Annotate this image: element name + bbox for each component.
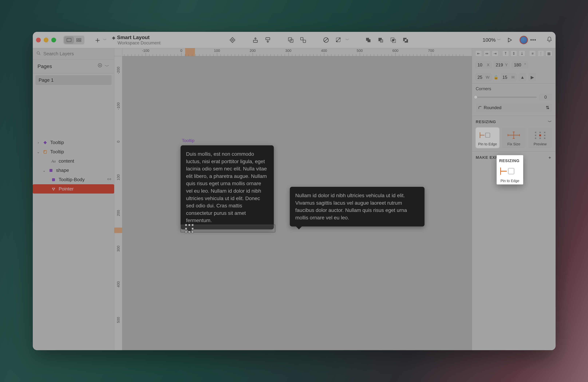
insert-button[interactable]: ＋ xyxy=(92,35,103,45)
y-field[interactable]: 219Y xyxy=(494,61,510,69)
height-field[interactable]: 15H xyxy=(500,73,517,81)
tooltip-content: Nullam id dolor id nibh ultricies vehicu… xyxy=(295,193,407,221)
layer-label: Tooltip xyxy=(50,140,64,145)
align-bottom-button[interactable]: ⤓ xyxy=(519,50,525,57)
pin-edge-icon xyxy=(499,166,521,177)
layer-row-text[interactable]: Aa content xyxy=(33,157,114,166)
layer-search-input[interactable] xyxy=(43,51,110,57)
svg-rect-3 xyxy=(77,40,79,42)
text-layer-icon: Aa xyxy=(51,159,56,164)
zoom-chevron-icon[interactable]: ﹀ xyxy=(497,38,501,42)
flip-h-button[interactable]: ▲ xyxy=(519,73,526,81)
fix-size-card[interactable]: Fix Size xyxy=(502,127,525,148)
align-buttons-row: ⇤ ⇔ ⇥ ⤒ ⇕ ⤓ ≡ ⋮ ▦ xyxy=(472,48,556,59)
view-mode-segmented[interactable] xyxy=(63,36,84,44)
zoom-window-button[interactable] xyxy=(51,38,56,42)
union-tool-icon[interactable] xyxy=(364,36,372,44)
mask-tool-icon[interactable] xyxy=(322,36,330,44)
intersect-tool-icon[interactable] xyxy=(389,36,397,44)
section-chevron-icon[interactable]: ﹀ xyxy=(548,119,552,125)
ruler-h-selection xyxy=(185,48,195,56)
zoom-value: 100% xyxy=(483,37,496,43)
disclosure-icon[interactable]: › xyxy=(36,141,40,145)
corner-radius-value[interactable]: 0 xyxy=(539,94,552,101)
layer-row-artboard[interactable]: ⌄ Tooltip xyxy=(33,147,114,157)
canvas-view-button[interactable] xyxy=(64,36,74,44)
layer-label: shape xyxy=(56,167,69,173)
corner-radius-slider[interactable]: 0 xyxy=(476,94,552,101)
layer-row-symbol[interactable]: › Tooltip xyxy=(33,138,114,147)
layer-row-selected[interactable]: Pointer xyxy=(33,184,114,194)
add-page-button[interactable] xyxy=(98,63,102,69)
more-menu-button[interactable]: ••• xyxy=(530,37,536,43)
resizing-section: RESIZING ﹀ Pin to Edge Fix Size xyxy=(472,116,556,151)
disclosure-icon[interactable]: ⌄ xyxy=(36,150,40,154)
forward-tool-icon[interactable] xyxy=(252,36,259,44)
svg-point-19 xyxy=(37,52,40,54)
align-right-button[interactable]: ⇥ xyxy=(492,50,498,57)
x-field[interactable]: 10X xyxy=(475,61,492,69)
pin-edge-icon xyxy=(479,130,496,140)
subtract-tool-icon[interactable] xyxy=(377,36,384,44)
width-field[interactable]: 25W xyxy=(475,73,492,81)
align-left-button[interactable]: ⇤ xyxy=(475,50,482,57)
align-vcenter-button[interactable]: ⇕ xyxy=(510,50,517,57)
lock-aspect-icon[interactable]: 🔒 xyxy=(494,75,498,80)
corner-mode-select[interactable]: Rounded ⇅ xyxy=(476,103,552,112)
scale-chevron-icon[interactable]: ﹀ xyxy=(346,38,349,42)
svg-point-41 xyxy=(544,138,546,139)
difference-tool-icon[interactable] xyxy=(401,36,409,44)
fix-size-icon xyxy=(505,130,522,140)
pin-to-edge-label: Pin to Edge xyxy=(478,142,497,146)
user-avatar[interactable] xyxy=(520,36,528,44)
pages-label: Pages xyxy=(38,63,52,69)
distribute-h-button[interactable]: ≡ xyxy=(529,50,536,57)
canvas[interactable]: Tooltip Duis mollis, est non commodo luc… xyxy=(122,56,472,350)
close-window-button[interactable] xyxy=(36,38,41,42)
window-controls xyxy=(36,38,56,42)
canvas-area[interactable]: -200-1000100200300400500600700 -200-1000… xyxy=(114,48,472,350)
tooltip-instance-2[interactable]: Nullam id dolor id nibh ultricies vehicu… xyxy=(290,187,424,226)
insert-chevron-icon[interactable]: ﹀ xyxy=(103,38,107,42)
layer-search[interactable] xyxy=(33,48,114,60)
ungroup-tool-icon[interactable] xyxy=(299,36,307,44)
resizing-title: RESIZING xyxy=(476,120,496,124)
svg-rect-7 xyxy=(266,38,270,40)
components-view-button[interactable] xyxy=(74,36,84,44)
minimize-window-button[interactable] xyxy=(44,38,48,42)
svg-rect-1 xyxy=(77,38,79,40)
scale-tool-icon[interactable] xyxy=(335,36,342,44)
document-title: Smart Layout xyxy=(117,35,150,40)
document-subtitle: Workspace Document xyxy=(118,40,161,45)
tidy-button[interactable]: ▦ xyxy=(546,50,552,57)
page-item[interactable]: Page 1 xyxy=(35,75,112,85)
vertical-ruler[interactable]: -200-1000100200300400500 xyxy=(114,56,122,350)
svg-rect-2 xyxy=(79,38,81,40)
align-hcenter-button[interactable]: ⇔ xyxy=(483,50,490,57)
add-export-button[interactable]: ＋ xyxy=(548,155,552,160)
flip-v-button[interactable]: ▶ xyxy=(528,73,536,81)
pin-to-edge-card[interactable]: Pin to Edge xyxy=(476,127,499,148)
disclosure-icon[interactable]: ⌄ xyxy=(42,168,46,173)
rotation-field[interactable]: 180° xyxy=(512,61,528,69)
artboard-label[interactable]: Tooltip xyxy=(182,138,194,143)
play-prototype-button[interactable] xyxy=(506,36,514,44)
search-icon xyxy=(36,51,41,57)
notifications-icon[interactable] xyxy=(546,36,552,44)
svg-rect-4 xyxy=(79,40,81,42)
preview-card[interactable]: Preview xyxy=(528,127,552,148)
symbol-tool-icon[interactable] xyxy=(229,36,236,44)
pages-chevron-icon[interactable]: ﹀ xyxy=(105,63,109,69)
backward-tool-icon[interactable] xyxy=(264,36,272,44)
pages-header: Pages ﹀ xyxy=(33,60,114,73)
chevron-updown-icon: ⇅ xyxy=(546,105,549,110)
layer-row-mask[interactable]: Tooltip-Body xyxy=(33,175,114,184)
horizontal-ruler[interactable]: -200-1000100200300400500600700 xyxy=(122,48,472,56)
distribute-v-button[interactable]: ⋮ xyxy=(537,50,544,57)
ruler-origin[interactable] xyxy=(114,48,122,56)
group-tool-icon[interactable] xyxy=(287,36,294,44)
align-top-button[interactable]: ⤒ xyxy=(502,50,509,57)
tooltip-instance-1[interactable]: Duis mollis, est non commodo luctus, nis… xyxy=(181,145,274,229)
layer-row-group[interactable]: ⌄ shape xyxy=(33,166,114,175)
zoom-control[interactable]: 100% ﹀ xyxy=(483,37,501,43)
